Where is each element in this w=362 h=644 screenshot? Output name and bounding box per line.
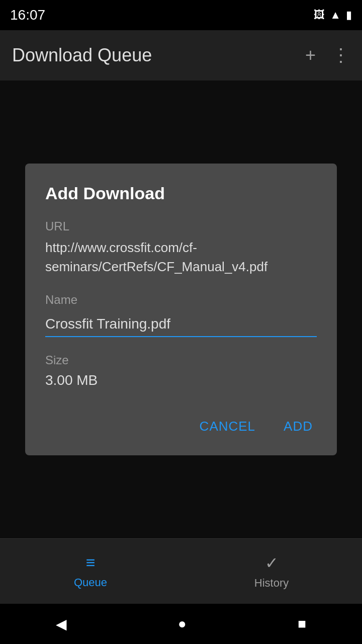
- main-content: Add Download URL http://www.crossfit.com…: [0, 80, 362, 538]
- home-button[interactable]: ●: [178, 616, 187, 632]
- battery-icon: ▮: [346, 9, 352, 22]
- back-button[interactable]: ◀: [56, 616, 67, 632]
- add-button[interactable]: ADD: [280, 413, 317, 440]
- add-icon[interactable]: +: [305, 45, 316, 66]
- dialog-actions: CANCEL ADD: [45, 413, 317, 440]
- history-icon: ✓: [265, 553, 279, 573]
- status-icons: 🖼 ▲ ▮: [314, 9, 352, 22]
- size-value: 3.00 MB: [45, 372, 317, 388]
- name-label: Name: [45, 293, 317, 307]
- status-bar: 16:07 🖼 ▲ ▮: [0, 0, 362, 30]
- add-download-dialog: Add Download URL http://www.crossfit.com…: [25, 164, 337, 455]
- size-label: Size: [45, 353, 317, 367]
- dialog-overlay: Add Download URL http://www.crossfit.com…: [0, 80, 362, 538]
- url-value: http://www.crossfit.com/cf-seminars/Cert…: [45, 238, 317, 276]
- system-nav: ◀ ● ■: [0, 604, 362, 644]
- wifi-icon: ▲: [330, 9, 341, 22]
- app-bar-actions: + ⋮: [305, 45, 350, 66]
- app-bar: Download Queue + ⋮: [0, 30, 362, 80]
- queue-label: Queue: [74, 576, 107, 589]
- name-input[interactable]: [45, 312, 317, 337]
- history-label: History: [254, 577, 289, 590]
- dialog-title: Add Download: [45, 184, 317, 203]
- bottom-nav: ≡ Queue ✓ History: [0, 538, 362, 604]
- nav-item-history[interactable]: ✓ History: [181, 553, 362, 590]
- nav-item-queue[interactable]: ≡ Queue: [0, 553, 181, 589]
- queue-icon: ≡: [86, 553, 96, 572]
- url-label: URL: [45, 219, 317, 233]
- size-section: Size 3.00 MB: [45, 353, 317, 388]
- page-title: Download Queue: [12, 45, 152, 66]
- more-options-icon[interactable]: ⋮: [332, 45, 350, 66]
- photo-icon: 🖼: [314, 9, 325, 22]
- cancel-button[interactable]: CANCEL: [196, 413, 259, 440]
- status-time: 16:07: [10, 7, 45, 23]
- recents-button[interactable]: ■: [298, 616, 306, 632]
